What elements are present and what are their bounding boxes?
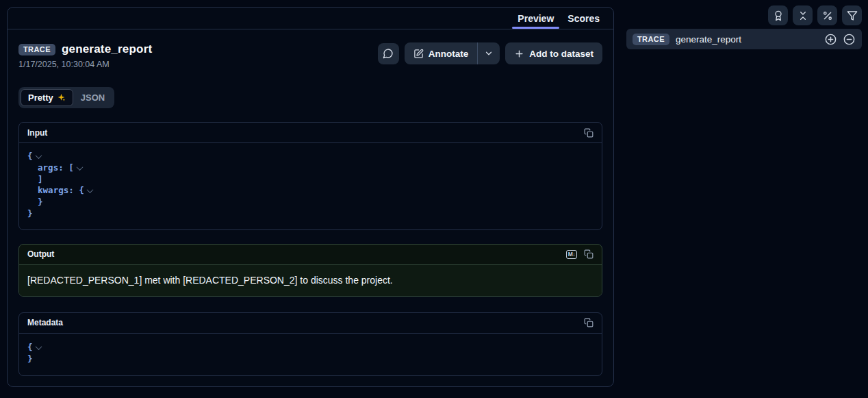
- add-to-dataset-label: Add to dataset: [529, 49, 593, 59]
- trace-actions: Annotate Add to dataset: [378, 42, 602, 64]
- plus-icon: [514, 49, 524, 59]
- input-card-title: Input: [27, 128, 47, 138]
- chevron-down-icon[interactable]: [35, 152, 42, 159]
- metadata-card-title: Metadata: [27, 318, 63, 327]
- scores-display-button[interactable]: [817, 5, 837, 25]
- award-icon: [773, 10, 784, 21]
- toggle-pretty[interactable]: Pretty: [21, 89, 73, 106]
- copy-icon: [584, 128, 593, 138]
- view-mode-toggle: Pretty JSON: [18, 87, 114, 108]
- code-line: }: [27, 197, 593, 208]
- annotate-button[interactable]: Annotate: [405, 42, 478, 64]
- code-line: }: [27, 353, 593, 365]
- collapse-vertical-icon: [797, 10, 808, 21]
- markdown-toggle-button[interactable]: M↓: [566, 250, 577, 259]
- markdown-icon: M↓: [566, 250, 577, 259]
- add-to-dataset-button[interactable]: Add to dataset: [505, 42, 602, 64]
- metadata-card: Metadata {}: [18, 312, 602, 377]
- output-card-title: Output: [27, 249, 54, 259]
- toolbar-icons: [768, 5, 862, 25]
- chevron-down-icon: [484, 49, 494, 58]
- copy-icon: [584, 318, 593, 327]
- chevron-down-icon[interactable]: [86, 186, 93, 193]
- trace-type-badge: TRACE: [18, 44, 55, 55]
- filter-icon: [847, 10, 858, 21]
- annotate-dropdown-button[interactable]: [478, 42, 500, 64]
- copy-output-button[interactable]: [584, 249, 593, 259]
- copy-input-button[interactable]: [584, 128, 593, 138]
- circle-plus-icon: [824, 33, 837, 46]
- code-line: {: [27, 342, 593, 353]
- tab-preview[interactable]: Preview: [511, 8, 561, 29]
- code-line: }: [27, 208, 593, 220]
- filter-button[interactable]: [842, 5, 862, 25]
- pen-square-icon: [413, 49, 424, 59]
- tab-scores[interactable]: Scores: [561, 8, 607, 29]
- chevron-down-icon[interactable]: [76, 164, 83, 171]
- code-line: ]: [27, 174, 593, 186]
- comment-icon: [383, 48, 394, 59]
- copy-icon: [584, 249, 593, 259]
- trace-preview-panel: Preview Scores TRACE generate_report 1/1…: [7, 7, 614, 387]
- chevron-down-icon[interactable]: [35, 343, 42, 350]
- input-card: Input { args: [ ] kwargs: { }}: [18, 122, 602, 230]
- trace-timestamp: 1/17/2025, 10:30:04 AM: [18, 60, 152, 69]
- trace-type-badge: TRACE: [633, 34, 669, 45]
- tab-bar: Preview Scores: [8, 8, 613, 29]
- trace-tree-row[interactable]: TRACE generate_report: [626, 29, 862, 49]
- code-line: args: [: [27, 162, 593, 174]
- code-line: {: [27, 151, 593, 162]
- collapse-all-button[interactable]: [793, 5, 813, 25]
- output-content: [REDACTED_PERSON_1] met with [REDACTED_P…: [27, 275, 393, 286]
- circle-minus-icon: [843, 33, 856, 46]
- pretty-label: Pretty: [28, 92, 53, 103]
- collapse-node-button[interactable]: [843, 33, 856, 46]
- input-code: { args: [ ] kwargs: { }}: [19, 143, 602, 229]
- sparkles-icon: [57, 93, 66, 102]
- annotate-label: Annotate: [429, 49, 469, 59]
- comment-button[interactable]: [378, 43, 399, 64]
- metadata-code: {}: [19, 334, 602, 376]
- percent-icon: [822, 10, 833, 21]
- annotation-queue-button[interactable]: [768, 5, 788, 25]
- output-card: Output M↓ [REDACTED_PERSON_1] met with […: [18, 244, 602, 297]
- toggle-json[interactable]: JSON: [73, 89, 112, 106]
- trace-header: TRACE generate_report 1/17/2025, 10:30:0…: [8, 29, 613, 69]
- annotate-split-button: Annotate: [405, 42, 500, 64]
- expand-all-button[interactable]: [824, 33, 837, 46]
- copy-metadata-button[interactable]: [584, 318, 593, 327]
- trace-tree-title: generate_report: [676, 34, 818, 45]
- trace-title: generate_report: [62, 42, 152, 56]
- code-line: kwargs: {: [27, 185, 593, 197]
